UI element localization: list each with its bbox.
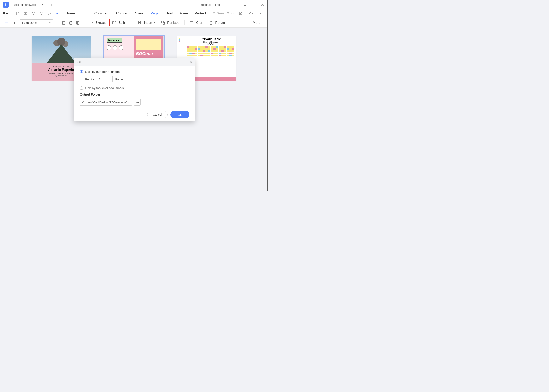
titlebar: science-copy.pdf × + Feedback Log In ⋮ <box>0 0 267 9</box>
menu-edit[interactable]: Edit <box>81 11 88 16</box>
undo-icon[interactable] <box>31 11 36 16</box>
per-file-row: Per file ▲ ▼ Pages <box>85 76 189 83</box>
split-icon <box>112 20 117 25</box>
thumb3-sub: Chemical Formula <box>187 41 234 43</box>
more-button[interactable]: More › <box>244 20 264 26</box>
separator <box>84 20 84 25</box>
title-right: Feedback Log In ⋮ <box>199 2 267 8</box>
menu-convert[interactable]: Convert <box>116 11 129 16</box>
svg-rect-1 <box>5 4 7 4</box>
crop-button[interactable]: Crop <box>188 20 205 26</box>
radio-icon <box>80 86 83 90</box>
svg-rect-30 <box>163 22 165 24</box>
page-toolbar: − + Even pages ▾ Extract Split Insert ▾ … <box>0 18 267 28</box>
radio-split-by-bookmarks[interactable]: Split by top level bookmarks <box>80 86 189 90</box>
menu-home[interactable]: Home <box>65 11 75 16</box>
rotate-right-icon[interactable] <box>68 20 73 25</box>
chevron-right-icon: › <box>262 21 263 24</box>
separator <box>12 11 12 16</box>
tab-close-icon[interactable]: × <box>41 3 43 7</box>
cloud-icon[interactable] <box>248 11 254 16</box>
page-filter-select[interactable]: Even pages ▾ <box>20 20 53 26</box>
extract-label: Extract <box>95 21 106 25</box>
svg-rect-6 <box>16 12 19 15</box>
thumb3-formula: H-O-O-H <box>187 43 234 45</box>
login-link[interactable]: Log In <box>215 3 223 7</box>
redo-icon[interactable] <box>39 11 44 16</box>
svg-rect-23 <box>90 21 92 24</box>
output-path-field[interactable]: C:\Users\Geili\Desktop\PDFelement\Sp <box>80 99 132 106</box>
chevron-down-icon: ▾ <box>50 21 51 24</box>
rotate-button[interactable]: Rotate <box>207 20 227 26</box>
save-icon[interactable] <box>15 11 21 16</box>
pages-per-file-input[interactable]: ▲ ▼ <box>97 76 113 83</box>
thumb3-number: 3 <box>206 83 207 87</box>
dialog-title: Split <box>77 60 82 63</box>
separator <box>184 20 185 25</box>
more-icon <box>246 20 251 25</box>
lightbulb-icon <box>213 12 216 15</box>
main-menu: Home Edit Comment Convert View Page Tool… <box>65 11 207 16</box>
cancel-button[interactable]: Cancel <box>147 111 168 118</box>
menubar: File Home Edit Comment Convert View Page… <box>0 9 267 18</box>
svg-rect-31 <box>210 22 212 24</box>
menu-protect[interactable]: Protect <box>194 11 207 16</box>
rotate-left-icon[interactable] <box>61 20 66 25</box>
dialog-header: Split × <box>74 58 195 66</box>
menu-form[interactable]: Form <box>179 11 188 16</box>
radio-split-by-pages[interactable]: Split by number of pages <box>80 70 189 73</box>
insert-label: Insert <box>144 21 152 25</box>
thumb2-boo: BOOooo <box>136 51 161 56</box>
select-value: Even pages <box>22 21 37 24</box>
insert-icon <box>137 20 142 25</box>
search-tools-label: Search Tools <box>217 12 234 15</box>
menu-tool[interactable]: Tool <box>166 11 174 16</box>
replace-button[interactable]: Replace <box>159 20 181 26</box>
replace-icon <box>161 20 165 25</box>
app-icon <box>3 2 9 8</box>
svg-rect-3 <box>253 4 255 6</box>
spin-down-icon[interactable]: ▼ <box>108 79 112 82</box>
close-window-button[interactable] <box>259 2 266 8</box>
insert-button[interactable]: Insert ▾ <box>136 20 157 26</box>
pages-input-field[interactable] <box>97 78 108 81</box>
share-icon[interactable] <box>238 11 243 16</box>
pages-suffix: Pages <box>115 78 124 81</box>
add-page-button[interactable]: + <box>12 20 18 25</box>
radio-label-bookmarks: Split by top level bookmarks <box>85 86 124 90</box>
menu-page[interactable]: Page <box>149 11 160 16</box>
svg-rect-7 <box>17 12 19 13</box>
extract-icon <box>89 20 94 25</box>
rotate-icon <box>208 20 214 25</box>
browse-button[interactable]: ⋯ <box>134 99 141 106</box>
collapse-ribbon-icon[interactable] <box>259 11 264 16</box>
print-icon[interactable] <box>47 11 52 16</box>
maximize-button[interactable] <box>251 2 257 8</box>
kebab-menu-icon[interactable]: ⋮ <box>227 2 233 8</box>
thumb2-tag: Materials: <box>107 38 122 42</box>
document-tab[interactable]: science-copy.pdf × <box>11 1 46 8</box>
minimize-button[interactable] <box>242 2 248 8</box>
menu-comment[interactable]: Comment <box>94 11 110 16</box>
svg-rect-19 <box>77 22 79 24</box>
remove-page-button[interactable]: − <box>3 20 9 26</box>
quick-access-dropdown-icon[interactable] <box>54 11 60 16</box>
menu-view[interactable]: View <box>135 11 143 16</box>
tab-title: science-copy.pdf <box>14 3 36 7</box>
svg-rect-8 <box>24 12 27 14</box>
search-tools[interactable]: Search Tools <box>213 12 234 15</box>
dialog-close-icon[interactable]: × <box>190 60 192 64</box>
more-label: More <box>253 21 260 25</box>
file-menu[interactable]: File <box>3 12 8 15</box>
split-button[interactable]: Split <box>109 19 128 27</box>
output-path-text: C:\Users\Geili\Desktop\PDFelement\Sp <box>82 101 129 104</box>
extract-button[interactable]: Extract <box>87 20 107 26</box>
output-folder-label: Output Folder <box>80 93 189 96</box>
ok-button[interactable]: OK <box>171 111 190 118</box>
mail-icon[interactable] <box>23 11 28 16</box>
spin-up-icon[interactable]: ▲ <box>108 77 112 79</box>
new-tab-button[interactable]: + <box>50 2 53 7</box>
feedback-link[interactable]: Feedback <box>199 3 211 7</box>
delete-page-icon[interactable] <box>75 20 80 25</box>
split-label: Split <box>119 21 125 25</box>
